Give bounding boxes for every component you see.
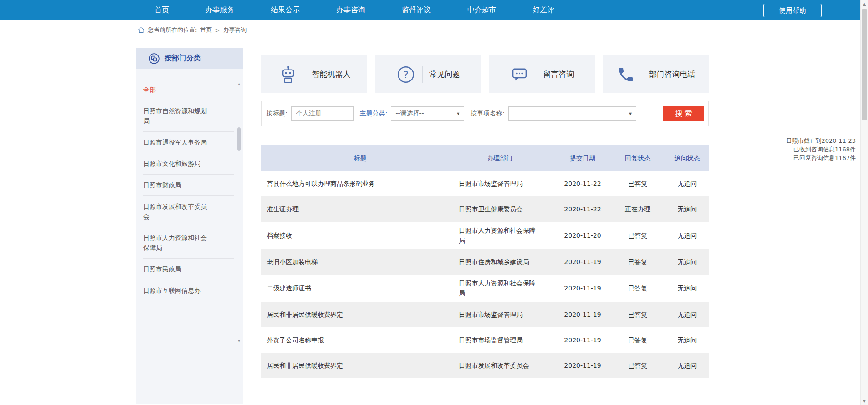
cell-title[interactable]: 居民和非居民供暖收费界定 xyxy=(261,306,459,323)
cell-title[interactable]: 莒县什么地方可以办理商品条形码业务 xyxy=(261,175,459,192)
sidebar-department-item[interactable]: 日照市自然资源和规划局 xyxy=(143,100,234,132)
table-row[interactable]: 准生证办理 日照市卫生健康委员会 2020-11-22 正在办理 无追问 xyxy=(261,196,709,222)
cell-title[interactable]: 二级建造师证书 xyxy=(261,280,459,297)
cell-submit-date: 2020-11-22 xyxy=(555,200,610,218)
cell-reply-status: 已答复 xyxy=(610,331,665,349)
scroll-down-icon[interactable]: ▼ xyxy=(861,399,868,403)
search-button[interactable]: 搜 索 xyxy=(663,106,704,121)
cell-submit-date: 2020-11-20 xyxy=(555,227,610,244)
department-sidebar: 按部门分类 全部 日照市自然资源和规划局 日照市退役军人事务局 日照市文化和旅游… xyxy=(136,48,243,404)
scroll-up-icon[interactable]: ▲ xyxy=(236,82,242,86)
table-row[interactable]: 居民和非居民供暖收费界定 日照市发展和改革委员会 2020-11-19 已答复 … xyxy=(261,353,709,378)
nav-item[interactable]: 监督评议 xyxy=(402,5,431,15)
nav-menu: 首页 办事服务 结果公示 办事咨询 监督评议 中介超市 好差评 xyxy=(0,0,868,20)
department-label: 日照市互联网信息办 xyxy=(143,285,208,295)
cell-department: 日照市发展和改革委员会 xyxy=(459,357,555,374)
cell-department: 日照市住房和城乡建设局 xyxy=(459,253,555,270)
chevron-down-icon: ▼ xyxy=(629,112,632,116)
sidebar-department-item[interactable]: 日照市互联网信息办 xyxy=(143,280,234,301)
sidebar-scroll-thumb[interactable] xyxy=(237,127,241,151)
table-row[interactable]: 二级建造师证书 日照市人力资源和社会保障局 2020-11-19 已答复 无追问 xyxy=(261,275,709,302)
sidebar-department-item[interactable]: 日照市文化和旅游局 xyxy=(143,153,234,175)
cell-followup-status: 无追问 xyxy=(665,306,709,323)
cell-title[interactable]: 准生证办理 xyxy=(261,200,459,218)
help-button[interactable]: 使用帮助 xyxy=(763,4,822,17)
department-label: 日照市人力资源和社会保障局 xyxy=(143,233,208,253)
cell-submit-date: 2020-11-19 xyxy=(555,357,610,374)
scroll-down-icon[interactable]: ▼ xyxy=(236,339,242,343)
title-search-label: 按标题: xyxy=(266,110,288,118)
nav-item[interactable]: 办事服务 xyxy=(205,5,234,15)
table-row[interactable]: 居民和非居民供暖收费界定 日照市市场监督管理局 2020-11-19 已答复 无… xyxy=(261,302,709,327)
scroll-up-icon[interactable]: ▲ xyxy=(861,2,868,6)
nav-item[interactable]: 好差评 xyxy=(533,5,554,15)
tab-leave-message[interactable]: 留言咨询 xyxy=(489,55,595,93)
consult-channel-tabs: 智能机器人 ? 常见问题 xyxy=(261,55,709,93)
cell-reply-status: 已答复 xyxy=(610,253,665,270)
sidebar-header: 按部门分类 xyxy=(136,48,243,69)
nav-item[interactable]: 结果公示 xyxy=(271,5,300,15)
cell-department: 日照市市场监督管理局 xyxy=(459,175,555,192)
nav-item[interactable]: 办事咨询 xyxy=(336,5,365,15)
svg-text:?: ? xyxy=(403,69,409,80)
sidebar-department-item[interactable]: 日照市财政局 xyxy=(143,175,234,196)
department-label: 日照市财政局 xyxy=(143,180,208,190)
cell-submit-date: 2020-11-19 xyxy=(555,331,610,349)
table-row[interactable]: 外资子公司名称申报 日照市市场监督管理局 2020-11-19 已答复 无追问 xyxy=(261,327,709,353)
page-scroll-thumb[interactable] xyxy=(862,9,867,120)
department-label: 日照市民政局 xyxy=(143,264,208,274)
cell-submit-date: 2020-11-19 xyxy=(555,306,610,323)
cell-title[interactable]: 老旧小区加装电梯 xyxy=(261,253,459,270)
cell-title[interactable]: 外资子公司名称申报 xyxy=(261,331,459,349)
sidebar-department-item[interactable]: 日照市人力资源和社会保障局 xyxy=(143,227,234,259)
tab-phone-consult[interactable]: 部门咨询电话 xyxy=(603,55,709,93)
cell-title[interactable]: 居民和非居民供暖收费界定 xyxy=(261,357,459,374)
divider xyxy=(305,66,305,83)
department-label: 日照市文化和旅游局 xyxy=(143,159,208,169)
department-label: 日照市退役军人事务局 xyxy=(143,137,208,147)
robot-icon xyxy=(278,65,298,85)
stats-line-3: 已回复咨询信息1167件 xyxy=(780,154,856,162)
breadcrumb-current[interactable]: 办事咨询 xyxy=(223,26,247,34)
table-row[interactable]: 档案接收 日照市人力资源和社会保障局 2020-11-20 已答复 无追问 xyxy=(261,222,709,249)
tab-label: 智能机器人 xyxy=(312,69,351,80)
cell-submit-date: 2020-11-19 xyxy=(555,253,610,270)
cell-reply-status: 已答复 xyxy=(610,280,665,297)
tab-faq[interactable]: ? 常见问题 xyxy=(375,55,481,93)
search-bar: 按标题: 主题分类: --请选择-- ▼ 按事项名称: ▼ 搜 索 xyxy=(261,101,709,126)
table-row[interactable]: 老旧小区加装电梯 日照市住房和城乡建设局 2020-11-19 已答复 无追问 xyxy=(261,249,709,275)
sidebar-department-item[interactable]: 日照市退役军人事务局 xyxy=(143,132,234,153)
page-scrollbar[interactable]: ▲ ▼ xyxy=(860,0,868,405)
table-row[interactable]: 莒县什么地方可以办理商品条形码业务 日照市市场监督管理局 2020-11-22 … xyxy=(261,171,709,196)
tab-smart-robot[interactable]: 智能机器人 xyxy=(261,55,367,93)
stats-line-2: 已收到咨询信息1168件 xyxy=(780,145,856,154)
category-select[interactable]: --请选择-- ▼ xyxy=(391,106,464,121)
col-header-followup: 追问状态 xyxy=(665,150,709,167)
department-label: 日照市发展和改革委员会 xyxy=(143,201,208,221)
nav-item[interactable]: 中介超市 xyxy=(467,5,496,15)
breadcrumb-home-link[interactable]: 首页 xyxy=(200,26,212,34)
cell-followup-status: 无追问 xyxy=(665,227,709,244)
nav-item[interactable]: 首页 xyxy=(155,5,169,15)
category-icon xyxy=(148,53,160,65)
sidebar-department-item[interactable]: 日照市民政局 xyxy=(143,259,234,280)
col-header-title: 标题 xyxy=(261,150,459,167)
tab-label: 留言咨询 xyxy=(543,69,574,80)
sidebar-department-item[interactable]: 日照市发展和改革委员会 xyxy=(143,196,234,227)
sidebar-department-item[interactable]: 全部 xyxy=(143,79,234,100)
tab-label: 常见问题 xyxy=(429,69,460,80)
sidebar-scrollbar[interactable]: ▲ ▼ xyxy=(236,82,242,343)
item-name-label: 按事项名称: xyxy=(470,110,504,118)
cell-department: 日照市人力资源和社会保障局 xyxy=(459,275,555,302)
cell-reply-status: 已答复 xyxy=(610,357,665,374)
cell-followup-status: 无追问 xyxy=(665,175,709,192)
department-list: 全部 日照市自然资源和规划局 日照市退役军人事务局 日照市文化和旅游局 日照市财… xyxy=(136,69,243,301)
top-navbar: 首页 办事服务 结果公示 办事咨询 监督评议 中介超市 好差评 使用帮助 xyxy=(0,0,868,20)
cell-followup-status: 无追问 xyxy=(665,357,709,374)
cell-title[interactable]: 档案接收 xyxy=(261,227,459,244)
title-search-input[interactable] xyxy=(291,106,354,121)
cell-followup-status: 无追问 xyxy=(665,280,709,297)
message-icon xyxy=(510,65,529,84)
item-name-select[interactable]: ▼ xyxy=(508,106,636,121)
cell-reply-status: 已答复 xyxy=(610,175,665,192)
